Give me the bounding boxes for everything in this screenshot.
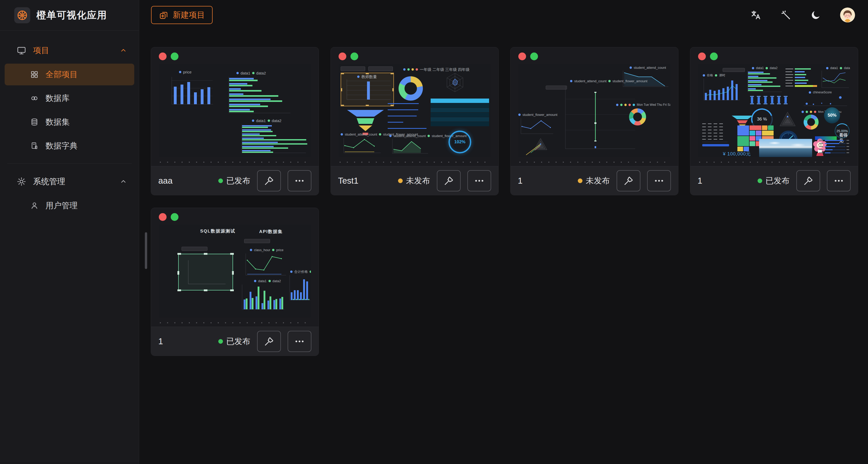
mini-legend: data1 data2 bbox=[254, 279, 281, 283]
status-dot bbox=[578, 179, 583, 183]
logo-row: 橙单可视化应用 bbox=[0, 0, 139, 31]
sidebar: 橙单可视化应用 项目 bbox=[0, 0, 139, 464]
sidebar-item-datasets[interactable]: 数据集 bbox=[5, 111, 134, 133]
mini-photo bbox=[759, 139, 812, 157]
mini-scatter-chart bbox=[802, 94, 848, 109]
project-name: 1 bbox=[698, 176, 702, 186]
card-footer: 1 已发布 bbox=[151, 327, 319, 355]
edit-project-button[interactable] bbox=[257, 331, 281, 352]
chevron-up-icon bbox=[120, 178, 127, 185]
selected-empty-chart bbox=[178, 253, 234, 291]
project-card[interactable]: 价格 课时 bbox=[690, 47, 858, 195]
hammer-icon bbox=[803, 175, 814, 186]
card-footer: aaa 已发布 bbox=[151, 166, 319, 195]
moon-icon[interactable] bbox=[810, 9, 822, 21]
traffic-dots bbox=[698, 53, 850, 60]
sidebar-group-projects[interactable]: 项目 bbox=[5, 39, 134, 62]
ellipsis-icon bbox=[294, 336, 305, 347]
card-body: 价格 课时 bbox=[690, 47, 858, 166]
project-card[interactable]: SQL数据源测试 API数据集 bbox=[151, 208, 319, 356]
mini-donut-chart bbox=[804, 115, 818, 130]
project-card[interactable]: student_attend_count student_attend_coun… bbox=[510, 47, 678, 195]
status-label: 未发布 bbox=[406, 175, 430, 186]
mini-hbar-chart bbox=[238, 124, 308, 155]
mini-progress-list bbox=[819, 140, 850, 154]
project-name: 1 bbox=[158, 337, 163, 346]
mini-progress-list bbox=[388, 103, 429, 129]
mini-labeled-bars bbox=[785, 67, 818, 90]
chevron-up-icon bbox=[120, 47, 127, 54]
project-card[interactable]: price data1 data2 bbox=[151, 47, 319, 195]
mini-title: SQL数据源测试 bbox=[200, 228, 235, 234]
mini-line-chart bbox=[819, 70, 850, 90]
sidebar-item-label: 数据集 bbox=[45, 117, 69, 127]
project-card-grid: price data1 data2 bbox=[139, 30, 868, 356]
sidebar-group-system[interactable]: 系统管理 bbox=[5, 171, 134, 193]
orange-wheel-icon bbox=[16, 9, 28, 21]
app-window: 橙单可视化应用 项目 bbox=[0, 0, 868, 464]
sidebar-divider bbox=[7, 163, 132, 164]
ellipsis-icon bbox=[654, 175, 664, 186]
sidebar-group-label: 系统管理 bbox=[33, 176, 65, 187]
red-dot bbox=[159, 53, 166, 60]
add-project-icon bbox=[159, 10, 168, 20]
mini-table bbox=[431, 98, 489, 126]
status-label: 已发布 bbox=[226, 336, 250, 347]
green-dot bbox=[710, 53, 718, 60]
traffic-dots bbox=[518, 53, 671, 60]
mini-legend: 合计价格 课时 bbox=[290, 270, 311, 273]
magic-wand-icon[interactable] bbox=[780, 9, 792, 21]
traffic-dots bbox=[159, 213, 311, 221]
more-actions-button[interactable] bbox=[827, 170, 851, 191]
new-project-button[interactable]: 新建项目 bbox=[151, 6, 213, 24]
status-label: 未发布 bbox=[586, 175, 610, 186]
sidebar-item-data-dictionary[interactable]: 数据字典 bbox=[5, 135, 134, 157]
mini-dropdown bbox=[341, 66, 365, 71]
dots-ruler bbox=[160, 322, 310, 323]
more-actions-button[interactable] bbox=[647, 170, 671, 191]
sidebar-item-user-management[interactable]: 用户管理 bbox=[5, 195, 134, 216]
mini-percentage: 50% bbox=[824, 107, 840, 123]
ellipsis-icon bbox=[833, 175, 844, 186]
user-avatar[interactable] bbox=[840, 7, 855, 23]
more-actions-button[interactable] bbox=[288, 331, 311, 352]
more-actions-button[interactable] bbox=[288, 170, 311, 191]
mini-legend: student_attend_count student_flower_amou… bbox=[570, 80, 647, 83]
dashboard-preview: 一年级 二年级 三年级 四年级 教师数量 bbox=[339, 64, 491, 157]
card-body: student_attend_count student_attend_coun… bbox=[510, 47, 678, 166]
mini-pyramid-chart bbox=[776, 111, 800, 128]
edit-project-button[interactable] bbox=[437, 170, 461, 191]
sidebar-group-label: 项目 bbox=[33, 45, 49, 56]
project-card[interactable]: 一年级 二年级 三年级 四年级 教师数量 bbox=[331, 47, 499, 195]
mini-candlestick-row bbox=[749, 95, 791, 105]
card-body: price data1 data2 bbox=[151, 47, 319, 166]
hammer-icon bbox=[264, 175, 274, 186]
status-badge: 已发布 bbox=[218, 175, 250, 186]
language-icon[interactable] bbox=[750, 9, 762, 21]
traffic-dots bbox=[159, 53, 311, 60]
topbar-icons bbox=[750, 7, 855, 23]
more-actions-button[interactable] bbox=[467, 170, 491, 191]
project-name: 1 bbox=[518, 176, 523, 186]
mini-donut-chart bbox=[629, 109, 646, 125]
edit-project-button[interactable] bbox=[257, 170, 281, 191]
card-body: 一年级 二年级 三年级 四年级 教师数量 bbox=[331, 47, 498, 166]
sidebar-item-databases[interactable]: 数据库 bbox=[5, 87, 134, 109]
mini-dropdown bbox=[723, 68, 745, 72]
mini-bar-line-chart bbox=[701, 78, 741, 103]
scrollbar-thumb[interactable] bbox=[145, 232, 147, 269]
mini-dropdown bbox=[244, 239, 270, 243]
edit-project-button[interactable] bbox=[796, 170, 820, 191]
ellipsis-icon bbox=[474, 175, 485, 186]
sidebar-item-all-projects[interactable]: 全部项目 bbox=[5, 64, 134, 85]
edit-project-button[interactable] bbox=[617, 170, 641, 191]
selected-widget: 教师数量 bbox=[341, 73, 394, 106]
mini-donut-chart bbox=[399, 76, 423, 101]
mini-area-chart bbox=[389, 138, 429, 156]
sidebar-item-label: 用户管理 bbox=[45, 200, 78, 211]
green-dot bbox=[171, 213, 179, 221]
dots-ruler bbox=[699, 162, 849, 163]
status-dot bbox=[218, 179, 223, 183]
mini-legend: price bbox=[179, 70, 192, 74]
status-label: 已发布 bbox=[766, 175, 789, 186]
